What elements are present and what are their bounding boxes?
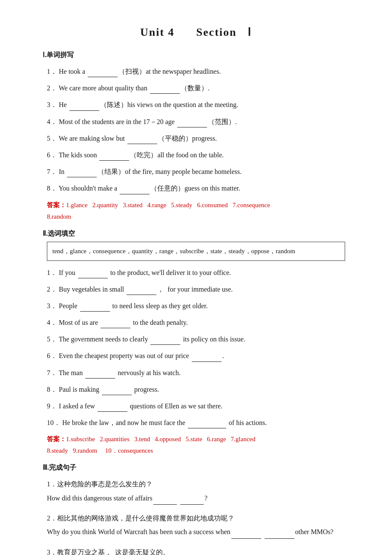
list-item: 9． I asked a few questions of Ellen as w… (47, 400, 358, 412)
list-item: 4． Most of us are to the death penalty. (47, 317, 358, 328)
item-num: 3． (47, 302, 57, 309)
section1-header: Ⅰ.单词拼写 (43, 51, 358, 60)
blank (78, 278, 108, 278)
item-num: 1． (47, 68, 57, 75)
list-item: 6． The kids soon （吃完）all the food on the… (47, 149, 358, 161)
list-item: 2． We care more about quality than （数量）. (47, 82, 358, 94)
item-num: 9． (47, 402, 57, 410)
list-item: 10． He broke the law，and now he must fac… (47, 417, 358, 428)
list-item: 7． In （结果）of the fire, many people becam… (47, 166, 358, 177)
list-item: 4． Most of the students are in the 17－20… (47, 116, 358, 127)
answer-label: 答案： (47, 436, 66, 442)
section2-list: 1． If you to the product, we'll deliver … (47, 267, 358, 429)
blank (177, 127, 207, 127)
english-text: How did this dangerous state of affairs … (47, 492, 358, 505)
section1-list: 1． He took a （扫视）at the newspaper headli… (47, 66, 358, 194)
completion-item-1: 1．这种危险的事态是怎么发生的？ How did this dangerous … (47, 478, 358, 505)
blank (180, 504, 204, 505)
section1-answer: 答案：1.glance 2.quantity 3.stated 4.range … (47, 199, 358, 223)
blank (188, 428, 226, 428)
blank (98, 411, 127, 412)
section-numeral: Ⅰ (248, 26, 252, 38)
item-num: 2． (47, 84, 57, 92)
section-label: Section (196, 26, 237, 38)
item-num: 7． (47, 168, 57, 175)
item-num: 6． (47, 352, 57, 359)
unit-label: Unit 4 (140, 26, 175, 38)
section2-header: Ⅱ.选词填空 (43, 229, 358, 238)
answer-label: 答案： (47, 202, 66, 208)
completion-item-3: 3．教育是万业之基， 这是毫无疑义的。 There is that educat… (47, 546, 358, 555)
blank (231, 538, 261, 539)
chinese-text: 2．相比其他的网络游戏，是什么使得魔兽世界如此地成功呢？ (47, 512, 358, 524)
blank (69, 110, 99, 111)
list-item: 5． We are making slow but （平稳的）progress. (47, 133, 358, 144)
item-num: 4． (47, 319, 57, 326)
chinese-text: 3．教育是万业之基， 这是毫无疑义的。 (47, 546, 358, 555)
blank (150, 344, 180, 345)
blank (192, 361, 222, 362)
section2: Ⅱ.选词填空 tend，glance，consequence，quantity，… (34, 229, 358, 457)
blank (99, 160, 129, 161)
list-item: 3． People to need less sleep as they get… (47, 300, 358, 312)
list-item: 5． The government needs to clearly its p… (47, 333, 358, 345)
item-num: 5． (47, 335, 57, 343)
item-num: 5． (47, 135, 57, 142)
blank (102, 395, 132, 395)
blank (120, 194, 150, 194)
blank (80, 311, 110, 312)
item-num: 7． (47, 369, 57, 376)
section1: Ⅰ.单词拼写 1． He took a （扫视）at the newspaper… (34, 51, 358, 223)
section3-header: Ⅲ.完成句子 (43, 463, 358, 472)
blank (67, 177, 97, 177)
list-item: 3． He （陈述）his views on the question at t… (47, 99, 358, 110)
section2-answer: 答案：1.subscribe 2.quantities 3.tend 4.opp… (47, 434, 358, 457)
chinese-text: 1．这种危险的事态是怎么发生的？ (47, 478, 358, 490)
list-item: 1． If you to the product, we'll deliver … (47, 267, 358, 278)
list-item: 6． Even the cheapest property was out of… (47, 350, 358, 361)
blank (127, 144, 157, 144)
list-item: 1． He took a （扫视）at the newspaper headli… (47, 66, 358, 77)
completion-item-2: 2．相比其他的网络游戏，是什么使得魔兽世界如此地成功呢？ Why do you … (47, 512, 358, 539)
blank (265, 538, 294, 539)
blank (127, 295, 156, 295)
item-num: 3． (47, 101, 57, 108)
item-num: 8． (47, 386, 57, 393)
list-item: 8． Paul is making progress. (47, 384, 358, 395)
list-item: 7． The man nervously at his watch. (47, 367, 358, 379)
item-num: 4． (47, 118, 57, 125)
item-num: 2． (47, 286, 57, 293)
english-text: Why do you think World of Warcraft has b… (47, 526, 358, 538)
section3: Ⅲ.完成句子 1．这种危险的事态是怎么发生的？ How did this dan… (34, 463, 358, 555)
page-title: Unit 4 Section Ⅰ (34, 26, 358, 39)
blank (153, 504, 177, 505)
word-bank: tend，glance，consequence，quantity，range，s… (47, 242, 345, 261)
blank (88, 77, 118, 77)
list-item: 2． Buy vegetables in small ， for your im… (47, 283, 358, 295)
item-num: 6． (47, 151, 57, 159)
item-num: 1． (47, 269, 57, 276)
blank (85, 378, 115, 379)
item-num: 8． (47, 185, 57, 192)
list-item: 8． You shouldn't make a （任意的）guess on th… (47, 182, 358, 194)
blank (101, 328, 130, 328)
item-num: 10． (47, 419, 61, 426)
blank (150, 93, 180, 94)
